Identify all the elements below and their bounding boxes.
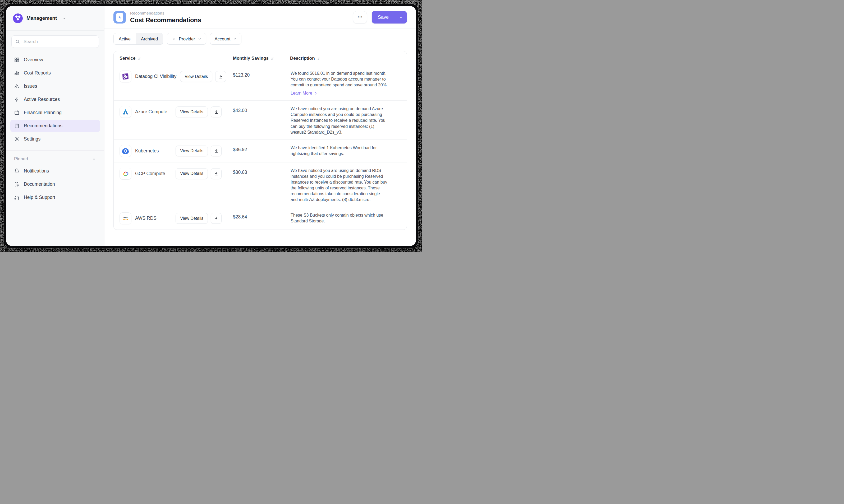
view-details-button[interactable]: View Details [176, 213, 208, 224]
breadcrumb: Recommendations [130, 11, 201, 16]
chevron-down-icon [399, 15, 403, 19]
book-icon [14, 181, 20, 187]
sidebar-item-documentation[interactable]: Documentation [10, 178, 100, 191]
sidebar-item-label: Cost Reports [24, 70, 51, 76]
svg-text:aws: aws [123, 216, 128, 219]
service-name: Kubernetes [135, 148, 159, 154]
service-actions: View Details [180, 71, 226, 82]
workspace-logo-icon [13, 14, 23, 23]
sidebar-item-active-resources[interactable]: Active Resources [10, 93, 100, 106]
column-header-monthly-savings[interactable]: Monthly Savings [227, 51, 284, 65]
monthly-savings-value: $43.00 [227, 101, 284, 139]
service-name: GCP Compute [135, 171, 165, 177]
description-text: We have identified 1 Kubernetes Workload… [291, 145, 388, 157]
search-input[interactable] [11, 35, 99, 48]
service-actions: View Details [176, 146, 222, 156]
sidebar-item-overview[interactable]: Overview [10, 54, 100, 66]
aws-logo-icon: aws [120, 212, 132, 224]
service-name: Datadog CI Visibility [135, 74, 176, 79]
monthly-savings-value: $123.20 [227, 65, 284, 101]
datadog-logo-icon [120, 71, 132, 83]
download-button[interactable] [211, 213, 222, 224]
view-details-button[interactable]: View Details [180, 71, 212, 82]
description-cell: We have noticed you are using on demand … [284, 101, 407, 139]
description-cell: We have identified 1 Kubernetes Workload… [284, 140, 407, 162]
chevron-down-icon [233, 37, 237, 41]
view-details-button[interactable]: View Details [176, 168, 208, 179]
bolt-icon [14, 97, 20, 102]
download-button[interactable] [215, 71, 226, 82]
download-button[interactable] [211, 106, 222, 117]
learn-more-label: Learn More [291, 90, 312, 96]
column-label: Monthly Savings [233, 56, 269, 61]
column-label: Description [290, 56, 315, 61]
service-actions: View Details [176, 168, 222, 179]
learn-more-link[interactable]: Learn More [291, 90, 317, 96]
account-filter-label: Account [215, 36, 230, 41]
pinned-section-header[interactable]: Pinned [6, 156, 104, 162]
view-details-button[interactable]: View Details [176, 146, 208, 156]
filter-bar: ActiveArchived Provider Account [104, 29, 416, 49]
sidebar-item-financial-planning[interactable]: Financial Planning [10, 106, 100, 119]
azure-logo-icon [120, 106, 132, 118]
column-header-service[interactable]: Service [114, 51, 227, 65]
status-tabs: ActiveArchived [114, 33, 163, 44]
sidebar-item-label: Help & Support [24, 195, 55, 200]
sidebar-item-cost-reports[interactable]: Cost Reports [10, 67, 100, 79]
sort-icon [138, 57, 141, 60]
download-button[interactable] [211, 168, 222, 179]
tab-archived[interactable]: Archived [136, 33, 163, 44]
page-titles: Recommendations Cost Recommendations [130, 11, 201, 24]
table-row: GCP ComputeView Details$30.63We have not… [114, 162, 407, 207]
sidebar-item-label: Overview [24, 57, 43, 62]
page-header: Recommendations Cost Recommendations •••… [104, 6, 416, 29]
recommendations-table: ServiceMonthly SavingsDescription Datado… [114, 51, 407, 230]
service-cell: awsAWS RDSView Details [114, 207, 227, 230]
monthly-savings-value: $28.64 [227, 207, 284, 230]
service-cell: KubernetesView Details [114, 140, 227, 162]
sidebar-item-recommendations[interactable]: Recommendations [10, 120, 100, 132]
save-dropdown-button[interactable] [395, 11, 407, 23]
caret-down-icon [63, 17, 66, 20]
chevron-up-icon [92, 157, 96, 161]
scrollbar-track[interactable] [412, 6, 412, 246]
gcp-logo-icon [120, 168, 132, 180]
account-filter-button[interactable]: Account [210, 33, 242, 44]
download-button[interactable] [211, 146, 222, 156]
sidebar-item-issues[interactable]: Issues [10, 80, 100, 92]
sidebar-item-notifications[interactable]: Notifications [10, 165, 100, 177]
sidebar-item-settings[interactable]: Settings [10, 133, 100, 145]
sidebar: Management OverviewCost ReportsIssuesAct… [6, 6, 104, 246]
column-header-description[interactable]: Description [284, 51, 407, 65]
table-row: KubernetesView Details$36.92We have iden… [114, 140, 407, 162]
view-details-button[interactable]: View Details [176, 106, 208, 117]
description-text: We found $616.01 in on demand spend last… [291, 71, 388, 88]
page-header-left: Recommendations Cost Recommendations [114, 11, 201, 24]
workspace-switcher[interactable]: Management [6, 6, 104, 31]
main-panel: Recommendations Cost Recommendations •••… [104, 6, 416, 246]
table-row: Datadog CI VisibilityView Details$123.20… [114, 65, 407, 101]
table-row: awsAWS RDSView Details$28.64These S3 Buc… [114, 207, 407, 230]
provider-filter-button[interactable]: Provider [167, 33, 206, 44]
more-options-button[interactable]: ••• [353, 11, 367, 23]
save-button[interactable]: Save [372, 11, 395, 23]
tab-active[interactable]: Active [114, 33, 136, 44]
sidebar-item-label: Recommendations [24, 123, 63, 129]
description-cell: We found $616.01 in on demand spend last… [284, 65, 407, 101]
sidebar-item-label: Notifications [24, 168, 49, 174]
chevron-right-icon [314, 92, 317, 95]
gear-icon [14, 136, 20, 142]
sidebar-item-help-support[interactable]: Help & Support [10, 191, 100, 204]
page-title: Cost Recommendations [130, 16, 201, 24]
table-body: Datadog CI VisibilityView Details$123.20… [114, 65, 407, 230]
sort-icon [271, 57, 274, 60]
page-header-actions: ••• Save [353, 11, 407, 23]
sidebar-item-label: Documentation [24, 181, 55, 187]
monthly-savings-value: $30.63 [227, 162, 284, 207]
page-icon [114, 11, 126, 23]
calendar-icon [14, 110, 20, 115]
star-icon [116, 13, 123, 22]
provider-filter-label: Provider [179, 36, 195, 41]
app-window: Management OverviewCost ReportsIssuesAct… [6, 6, 416, 246]
search-icon [15, 39, 20, 44]
